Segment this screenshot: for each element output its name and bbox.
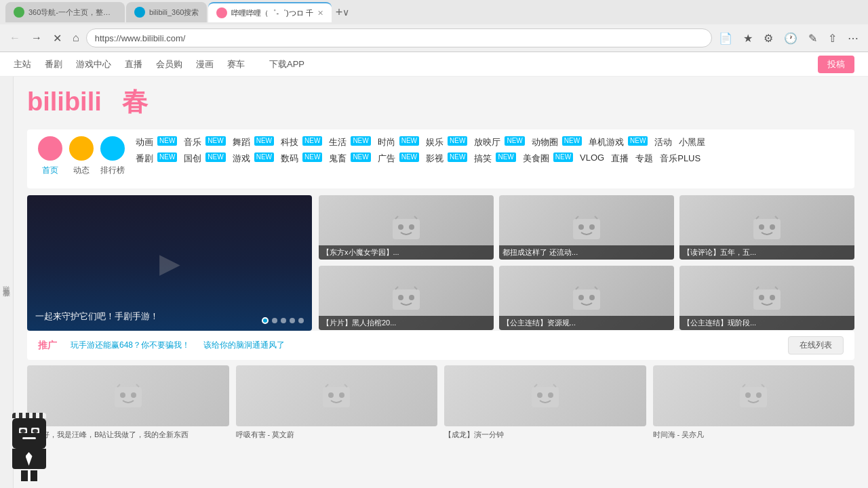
reader-mode-button[interactable]: 📄 xyxy=(715,29,736,47)
extensions-button[interactable]: ⚙ xyxy=(760,29,777,47)
notes-button[interactable]: ✎ xyxy=(804,29,821,47)
circle-label-dynamic[interactable]: 动态 xyxy=(69,165,94,176)
bottom-thumb-4 xyxy=(653,365,855,426)
menu-button[interactable]: ⋯ xyxy=(844,29,863,47)
svg-line-10 xyxy=(576,216,578,219)
tag-badge-keji: NEW xyxy=(302,136,322,146)
tag-youxi[interactable]: 游戏 xyxy=(233,152,250,165)
tag-yinyueplus[interactable]: 音乐PLUS xyxy=(660,152,701,165)
tag-danjiyouxi[interactable]: 单机游戏 xyxy=(589,136,624,148)
bottom-video-1[interactable]: 大家好，我是汪峰，B站让我做了，我的全新东西 xyxy=(27,365,229,440)
bottom-video-3[interactable]: 【成龙】演一分钟 xyxy=(444,365,646,440)
video-card-2[interactable]: 都扭成这样了 还流动... xyxy=(499,195,674,260)
svg-rect-42 xyxy=(532,387,559,407)
video-card-5[interactable]: 【公主连结】资源规... xyxy=(499,266,674,330)
tag-donghua[interactable]: 动画 xyxy=(136,136,153,148)
svg-text:春: 春 xyxy=(122,87,149,116)
home-button[interactable]: ⌂ xyxy=(68,29,83,47)
dot-1[interactable] xyxy=(262,317,269,324)
tag-guichu[interactable]: 鬼畜 xyxy=(329,152,347,165)
svg-line-45 xyxy=(534,384,537,387)
tag-shuma[interactable]: 数码 xyxy=(281,152,298,165)
address-bar[interactable]: https://www.bilibili.com/ xyxy=(86,28,712,47)
dot-2[interactable] xyxy=(272,318,277,323)
share-button[interactable]: ⇧ xyxy=(824,29,841,47)
dot-3[interactable] xyxy=(281,318,286,323)
tag-yinyue[interactable]: 音乐 xyxy=(184,136,201,148)
svg-line-35 xyxy=(117,384,120,387)
nav-huiyuan[interactable]: 会员购 xyxy=(156,58,182,70)
svg-line-51 xyxy=(762,384,764,387)
tag-keji[interactable]: 科技 xyxy=(281,136,298,148)
nav-saiche[interactable]: 赛车 xyxy=(227,58,245,70)
video-card-1[interactable]: 【东方x小魔女学园】... xyxy=(319,195,494,260)
dot-5[interactable] xyxy=(298,318,304,323)
new-tab-button[interactable]: + xyxy=(336,5,343,20)
tag-shenghuo[interactable]: 生活 xyxy=(329,136,347,148)
tag-xiaohei[interactable]: 小黑屋 xyxy=(679,136,705,148)
nav-zhuzhan[interactable]: 主站 xyxy=(14,58,31,70)
tag-yingshi[interactable]: 影视 xyxy=(426,152,443,165)
tag-badge-wudao: NEW xyxy=(254,136,274,146)
nav-download[interactable]: 下载APP xyxy=(269,58,304,70)
reload-button[interactable]: ✕ xyxy=(49,29,66,47)
tag-badge-yingshi: NEW xyxy=(448,152,467,162)
video-card-6[interactable]: 【公主连结】现阶段... xyxy=(679,266,854,330)
tag-badge-gaoxiao: NEW xyxy=(496,152,515,162)
tag-gaoxiao[interactable]: 搞笑 xyxy=(474,152,492,165)
video-card-4[interactable]: 【片片】黑人抬棺20... xyxy=(319,266,494,330)
video-title-3: 【读评论】五年，五... xyxy=(679,245,854,260)
tab1-label: 360导航-一个主页，整个世 xyxy=(28,7,117,18)
nav-manhua[interactable]: 漫画 xyxy=(196,58,214,70)
circle-label-ranking[interactable]: 排行榜 xyxy=(100,165,125,176)
tag-vlog[interactable]: VLOG xyxy=(580,152,604,165)
circle-label-home[interactable]: 首页 xyxy=(38,165,62,176)
tag-wudao[interactable]: 舞蹈 xyxy=(233,136,250,148)
bilibili-face-2 xyxy=(570,214,603,242)
video-grid: 【东方x小魔女学园】... xyxy=(319,195,854,331)
back-button[interactable]: ← xyxy=(5,29,24,47)
forward-button[interactable]: → xyxy=(27,29,46,47)
tag-shishang[interactable]: 时尚 xyxy=(378,136,395,148)
browser-tab-3[interactable]: 哔哩哔哩（゜-゜)つロ 千 ✕ xyxy=(208,2,331,22)
tag-guanggao[interactable]: 广告 xyxy=(378,152,395,165)
upload-button[interactable]: 投稿 xyxy=(818,56,854,73)
tag-zhibo[interactable]: 直播 xyxy=(611,152,629,165)
bookmark-button[interactable]: ★ xyxy=(739,29,757,47)
history-button[interactable]: 🕐 xyxy=(780,29,802,47)
bottom-thumb-2 xyxy=(236,365,438,426)
nav-youxi[interactable]: 游戏中心 xyxy=(76,58,111,70)
circle-home[interactable] xyxy=(38,136,62,161)
browser-tab-2[interactable]: bilibili_360搜索 xyxy=(126,2,207,22)
tag-huodong[interactable]: 活动 xyxy=(654,136,672,148)
tag-dongwuquan[interactable]: 动物圈 xyxy=(532,136,558,148)
more-tabs-button[interactable]: ∨ xyxy=(342,7,349,18)
mascot-eyes xyxy=(19,428,39,433)
nav-zhibo[interactable]: 直播 xyxy=(125,58,142,70)
svg-rect-32 xyxy=(115,387,142,407)
video-card-3[interactable]: 【读评论】五年，五... xyxy=(679,195,854,260)
tag-guochuang[interactable]: 国创 xyxy=(184,152,201,165)
mascot-leg-right xyxy=(31,470,37,481)
tab3-close[interactable]: ✕ xyxy=(317,9,323,18)
nav-banju[interactable]: 番剧 xyxy=(45,58,62,70)
circle-ranking[interactable] xyxy=(100,136,125,161)
tag-badge-yinyue: NEW xyxy=(205,136,225,146)
tag-fangyinting[interactable]: 放映厅 xyxy=(474,136,500,148)
tag-meishiquan[interactable]: 美食圈 xyxy=(523,152,549,165)
tag-banju[interactable]: 番剧 xyxy=(136,152,153,165)
site-header: 主站 番剧 游戏中心 直播 会员购 漫画 赛车 下载APP 投稿 xyxy=(0,52,868,77)
featured-banner[interactable]: ▶ 一起来守护它们吧！手剧手游！ xyxy=(27,195,312,331)
online-list-button[interactable]: 在线列表 xyxy=(788,336,844,354)
tag-zhuanti[interactable]: 专题 xyxy=(635,152,653,165)
dot-4[interactable] xyxy=(290,318,295,323)
browser-tab-1[interactable]: 360导航-一个主页，整个世 xyxy=(5,2,125,22)
logo-svg: bilibili 春 xyxy=(27,83,163,117)
bottom-video-4[interactable]: 时间海 - 吴亦凡 xyxy=(653,365,855,440)
bottom-video-row: 大家好，我是汪峰，B站让我做了，我的全新东西 呼吸有害 - 莫文蔚 xyxy=(27,365,854,440)
promo-text2[interactable]: 该给你的脑洞通通风了 xyxy=(203,340,285,351)
promo-text1[interactable]: 玩手游还能赢648？你不要骗我！ xyxy=(71,340,190,351)
circle-dynamic[interactable] xyxy=(69,136,94,161)
bottom-video-2[interactable]: 呼吸有害 - 莫文蔚 xyxy=(236,365,438,440)
tag-yule[interactable]: 娱乐 xyxy=(426,136,443,148)
